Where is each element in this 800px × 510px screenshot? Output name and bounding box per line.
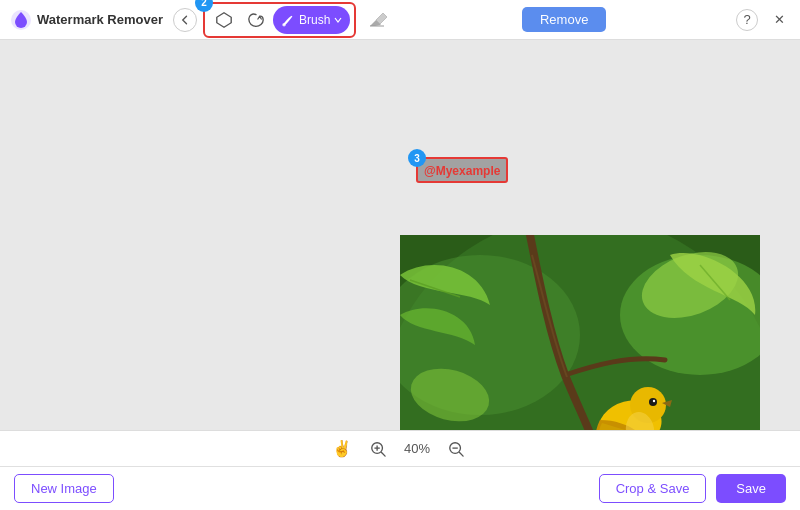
title-bar-right: ? ✕ — [736, 9, 790, 31]
svg-marker-1 — [217, 12, 231, 26]
new-image-button[interactable]: New Image — [14, 474, 114, 503]
brush-icon — [281, 13, 295, 27]
zoom-out-button[interactable] — [444, 437, 468, 461]
lasso-tool-button[interactable] — [241, 6, 271, 34]
zoom-toolbar: ✌ 40% — [0, 430, 800, 466]
brush-dropdown-icon — [334, 16, 342, 24]
zoom-out-icon — [448, 441, 464, 457]
brush-tool-button[interactable]: Brush — [273, 6, 350, 34]
save-button[interactable]: Save — [716, 474, 786, 503]
svg-point-17 — [653, 400, 655, 402]
tool-group: 2 Brush — [203, 2, 356, 38]
remove-button[interactable]: Remove — [522, 7, 606, 32]
zoom-in-icon — [370, 441, 386, 457]
eraser-icon — [367, 10, 387, 30]
eraser-button[interactable] — [362, 6, 392, 34]
back-button[interactable] — [173, 8, 197, 32]
svg-line-22 — [382, 452, 386, 456]
footer-right-buttons: Crop & Save Save — [599, 474, 786, 503]
title-bar: Watermark Remover 2 — [0, 0, 800, 40]
svg-line-25 — [460, 452, 464, 456]
brush-label: Brush — [299, 13, 330, 27]
zoom-in-button[interactable] — [366, 437, 390, 461]
watermark-selection-box[interactable]: 3 @Myexample — [416, 157, 508, 183]
watermark-text: @Myexample — [424, 164, 500, 178]
close-button[interactable]: ✕ — [768, 9, 790, 31]
bird-scene — [400, 235, 760, 430]
app-logo: Watermark Remover — [10, 9, 163, 31]
polygon-tool-button[interactable] — [209, 6, 239, 34]
canvas-area: 3 @Myexample — [0, 40, 800, 430]
title-bar-center: Remove — [522, 7, 606, 32]
svg-point-16 — [649, 398, 657, 406]
zoom-level-label: 40% — [404, 441, 430, 456]
title-bar-left: Watermark Remover 2 — [10, 2, 392, 38]
crop-save-button[interactable]: Crop & Save — [599, 474, 707, 503]
hand-tool-icon[interactable]: ✌ — [332, 439, 352, 458]
app-title: Watermark Remover — [37, 12, 163, 27]
back-icon — [179, 14, 191, 26]
svg-point-2 — [282, 23, 286, 27]
step3-badge: 3 — [408, 149, 426, 167]
app-logo-icon — [10, 9, 32, 31]
polygon-icon — [215, 11, 233, 29]
help-button[interactable]: ? — [736, 9, 758, 31]
footer: New Image Crop & Save Save — [0, 466, 800, 510]
lasso-icon — [247, 11, 265, 29]
